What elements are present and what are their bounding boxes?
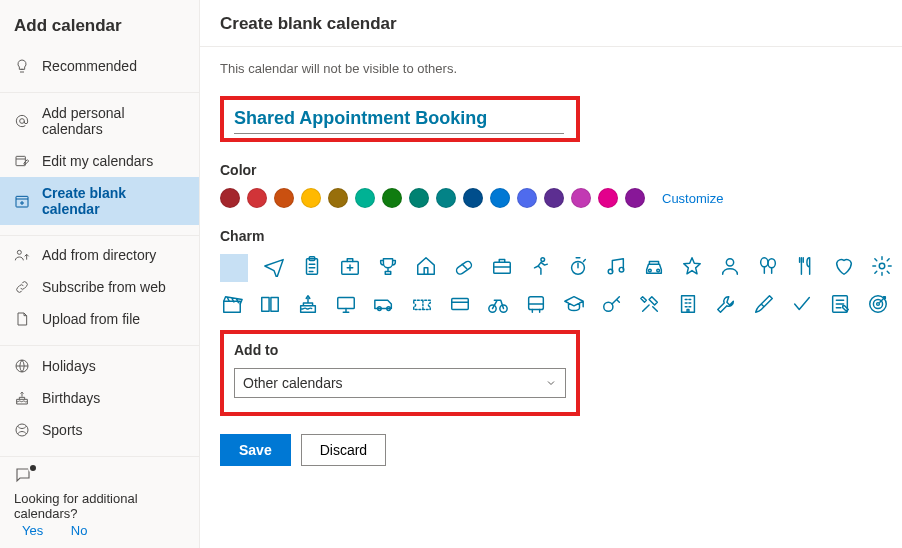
color-swatch-13[interactable] bbox=[571, 188, 591, 208]
color-swatch-0[interactable] bbox=[220, 188, 240, 208]
charm-clipboard[interactable] bbox=[300, 254, 324, 278]
cake-icon bbox=[14, 390, 30, 406]
charm-firstaid[interactable] bbox=[338, 254, 362, 278]
charm-balloons[interactable] bbox=[756, 254, 780, 278]
charm-monitor[interactable] bbox=[334, 292, 358, 316]
sidebar-item-label: Recommended bbox=[42, 58, 137, 74]
charm-note[interactable] bbox=[828, 292, 852, 316]
charm-van[interactable] bbox=[372, 292, 396, 316]
color-swatch-8[interactable] bbox=[436, 188, 456, 208]
at-icon bbox=[14, 113, 30, 129]
sidebar-item-edit-calendars[interactable]: Edit my calendars bbox=[0, 145, 199, 177]
sidebar-item-upload[interactable]: Upload from file bbox=[0, 303, 199, 335]
sidebar-item-label: Add personal calendars bbox=[42, 105, 185, 137]
footer-yes-link[interactable]: Yes bbox=[22, 523, 43, 538]
color-swatch-4[interactable] bbox=[328, 188, 348, 208]
charm-trophy[interactable] bbox=[376, 254, 400, 278]
charm-paintbrush[interactable] bbox=[752, 292, 776, 316]
charm-bicycle[interactable] bbox=[486, 292, 510, 316]
page-title: Create blank calendar bbox=[220, 10, 882, 46]
sidebar-item-subscribe[interactable]: Subscribe from web bbox=[0, 271, 199, 303]
charm-person[interactable] bbox=[718, 254, 742, 278]
color-swatch-7[interactable] bbox=[409, 188, 429, 208]
color-swatch-1[interactable] bbox=[247, 188, 267, 208]
charm-briefcase[interactable] bbox=[490, 254, 514, 278]
file-icon bbox=[14, 311, 30, 327]
svg-rect-25 bbox=[452, 299, 469, 310]
sidebar-item-label: Sports bbox=[42, 422, 82, 438]
svg-point-18 bbox=[761, 258, 768, 267]
color-swatch-3[interactable] bbox=[301, 188, 321, 208]
sidebar-item-sports[interactable]: Sports bbox=[0, 414, 199, 446]
charm-key[interactable] bbox=[600, 292, 624, 316]
charm-gear[interactable] bbox=[870, 254, 894, 278]
addto-dropdown[interactable]: Other calendars bbox=[234, 368, 566, 398]
charm-wrench[interactable] bbox=[714, 292, 738, 316]
charm-target[interactable] bbox=[866, 292, 890, 316]
charm-running[interactable] bbox=[528, 254, 552, 278]
calendar-name-input[interactable] bbox=[234, 106, 564, 134]
svg-point-19 bbox=[768, 259, 775, 268]
color-swatch-6[interactable] bbox=[382, 188, 402, 208]
charm-bus[interactable] bbox=[524, 292, 548, 316]
sidebar-item-create-blank[interactable]: Create blank calendar bbox=[0, 177, 199, 225]
sidebar-item-birthdays[interactable]: Birthdays bbox=[0, 382, 199, 414]
link-icon bbox=[14, 279, 30, 295]
charm-food[interactable] bbox=[794, 254, 818, 278]
color-swatch-9[interactable] bbox=[463, 188, 483, 208]
sidebar-footer: Looking for additional calendars? Yes No bbox=[0, 460, 199, 548]
color-swatch-12[interactable] bbox=[544, 188, 564, 208]
edit-calendar-icon bbox=[14, 153, 30, 169]
charm-graduation[interactable] bbox=[562, 292, 586, 316]
addto-value: Other calendars bbox=[243, 375, 343, 391]
svg-point-14 bbox=[619, 267, 624, 272]
charm-star[interactable] bbox=[680, 254, 704, 278]
sidebar-item-personal-calendars[interactable]: Add personal calendars bbox=[0, 97, 199, 145]
charm-building[interactable] bbox=[676, 292, 700, 316]
charm-pill[interactable] bbox=[452, 254, 476, 278]
svg-rect-9 bbox=[455, 260, 473, 275]
charm-tools[interactable] bbox=[638, 292, 662, 316]
addto-label: Add to bbox=[234, 342, 566, 358]
charm-book[interactable] bbox=[258, 292, 282, 316]
charm-home[interactable] bbox=[414, 254, 438, 278]
footer-question: Looking for additional calendars? bbox=[14, 491, 185, 521]
charm-checkmark[interactable] bbox=[790, 292, 814, 316]
charm-ticket[interactable] bbox=[410, 292, 434, 316]
sidebar-item-label: Add from directory bbox=[42, 247, 156, 263]
save-button[interactable]: Save bbox=[220, 434, 291, 466]
lightbulb-icon bbox=[14, 58, 30, 74]
svg-point-11 bbox=[541, 258, 545, 262]
sidebar-item-label: Edit my calendars bbox=[42, 153, 153, 169]
footer-no-link[interactable]: No bbox=[71, 523, 88, 538]
add-calendar-icon bbox=[14, 193, 30, 209]
main-panel: Create blank calendar This calendar will… bbox=[200, 0, 902, 548]
chevron-down-icon bbox=[545, 377, 557, 389]
color-section-label: Color bbox=[220, 162, 882, 178]
color-swatch-2[interactable] bbox=[274, 188, 294, 208]
sidebar-item-label: Upload from file bbox=[42, 311, 140, 327]
charm-clapboard[interactable] bbox=[220, 292, 244, 316]
charm-stopwatch[interactable] bbox=[566, 254, 590, 278]
color-swatch-11[interactable] bbox=[517, 188, 537, 208]
calendar-name-highlight bbox=[220, 96, 580, 142]
charm-cake[interactable] bbox=[296, 292, 320, 316]
sidebar-item-recommended[interactable]: Recommended bbox=[0, 50, 199, 82]
charm-heart[interactable] bbox=[832, 254, 856, 278]
color-swatch-5[interactable] bbox=[355, 188, 375, 208]
charm-car[interactable] bbox=[642, 254, 666, 278]
charm-airplane[interactable] bbox=[262, 254, 286, 278]
sidebar-title: Add calendar bbox=[0, 8, 199, 50]
sidebar-item-holidays[interactable]: Holidays bbox=[0, 350, 199, 382]
sidebar-item-directory[interactable]: Add from directory bbox=[0, 239, 199, 271]
svg-point-20 bbox=[879, 263, 885, 269]
discard-button[interactable]: Discard bbox=[301, 434, 386, 466]
color-swatch-10[interactable] bbox=[490, 188, 510, 208]
color-swatch-15[interactable] bbox=[625, 188, 645, 208]
color-swatch-14[interactable] bbox=[598, 188, 618, 208]
charm-music[interactable] bbox=[604, 254, 628, 278]
svg-rect-10 bbox=[494, 262, 511, 273]
charm-none[interactable] bbox=[220, 254, 248, 282]
customize-link[interactable]: Customize bbox=[662, 191, 723, 206]
charm-creditcard[interactable] bbox=[448, 292, 472, 316]
